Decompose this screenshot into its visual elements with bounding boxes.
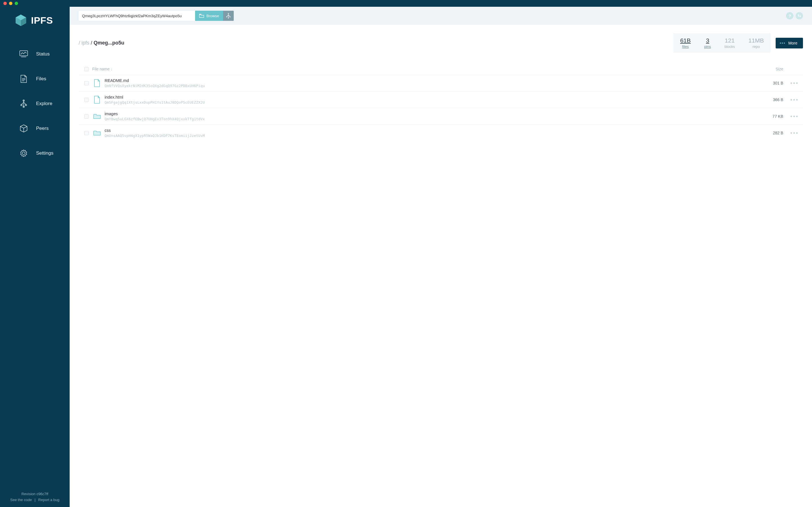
sidebar-item-explore[interactable]: Explore: [0, 91, 70, 116]
stat-blocks: 121 blocks: [718, 37, 742, 49]
window-close-button[interactable]: [3, 2, 7, 5]
inspect-button[interactable]: [223, 11, 234, 21]
table-row[interactable]: cssQmUnsAAQ5vpH4gX1ypR5WaQJb1KDP7KsTEomi…: [79, 124, 803, 141]
explore-icon: [19, 99, 28, 108]
table-row[interactable]: README.mdQmNfVVQsXyekrNiM2dK35oQXg2dGqQ9…: [79, 75, 803, 91]
row-checkbox[interactable]: [84, 98, 89, 102]
file-name: index.html: [105, 95, 760, 100]
svg-point-25: [228, 17, 229, 18]
sidebar-footer: Revision c96c7ff See the code | Report a…: [0, 492, 70, 507]
breadcrumb: / ipfs / Qmeg...po5u: [79, 40, 124, 46]
window-minimize-button[interactable]: [9, 2, 12, 5]
svg-point-18: [22, 152, 25, 155]
window-titlebar: [0, 0, 812, 7]
sidebar-item-label: Files: [36, 76, 46, 82]
svg-point-13: [21, 105, 22, 106]
topbar: Browse ?: [70, 7, 812, 25]
svg-point-14: [26, 105, 27, 106]
file-hash: QmSFgajgQq1XtjsLxxDupPH1Ys1tAuJ8DQoPScEU…: [105, 100, 760, 105]
row-checkbox[interactable]: [84, 81, 89, 86]
row-checkbox[interactable]: [84, 114, 89, 119]
row-actions-button[interactable]: •••: [788, 131, 801, 134]
file-table: File name↓ Size README.mdQmNfVVQsXyekrNi…: [79, 64, 803, 141]
settings-icon: [19, 149, 28, 158]
svg-point-24: [230, 16, 231, 17]
sort-arrow-icon: ↓: [109, 67, 112, 71]
revision-label: Revision c96c7ff: [0, 492, 70, 496]
more-dots-icon: •••: [779, 41, 785, 45]
app-name: IPFS: [31, 15, 53, 26]
file-name: README.md: [105, 78, 760, 83]
report-bug-link[interactable]: Report a bug: [38, 498, 59, 502]
sidebar: IPFS Status Files Explore: [0, 7, 70, 507]
help-icon: ?: [788, 13, 791, 18]
sidebar-nav: Status Files Explore Peers: [0, 33, 70, 492]
see-code-link[interactable]: See the code: [10, 498, 32, 502]
more-label: More: [788, 41, 797, 45]
sidebar-item-files[interactable]: Files: [0, 66, 70, 91]
stats-panel: 61B files 3 pins 121 blocks 11MB repo: [673, 33, 770, 53]
status-icon: [19, 50, 28, 59]
ipfs-cube-icon: [15, 14, 27, 26]
transfer-icon: [797, 14, 801, 18]
file-size: 366 B: [760, 98, 788, 102]
svg-line-10: [21, 102, 24, 105]
stat-pins[interactable]: 3 pins: [698, 37, 718, 49]
col-header-size[interactable]: Size: [760, 67, 788, 71]
file-hash: QmNfVVQsXyekrNiM2dK35oQXg2dGqQ97Gz2PDBxU…: [105, 83, 760, 88]
row-actions-button[interactable]: •••: [788, 115, 801, 118]
path-input[interactable]: [79, 11, 195, 21]
app-logo: IPFS: [0, 7, 70, 33]
files-icon: [19, 74, 28, 83]
main-area: Browse ? / ipfs /: [70, 7, 812, 507]
table-row[interactable]: index.htmlQmSFgajgQq1XtjsLxxDupPH1Ys1tAu…: [79, 91, 803, 108]
file-size: 301 B: [760, 81, 788, 86]
peers-icon: [19, 124, 28, 133]
table-row[interactable]: imagesQmYBwq5uLGX6zfEBwjQ7UHgEv3Ton9hX4Q…: [79, 108, 803, 124]
sidebar-item-status[interactable]: Status: [0, 42, 70, 66]
svg-line-20: [227, 15, 229, 17]
file-icon: [92, 79, 102, 87]
sidebar-item-peers[interactable]: Peers: [0, 116, 70, 141]
help-button[interactable]: ?: [786, 12, 794, 19]
folder-icon: [199, 14, 204, 18]
folder-icon: [92, 129, 102, 136]
svg-point-23: [226, 16, 227, 17]
file-size: 282 B: [760, 131, 788, 135]
sidebar-item-label: Status: [36, 51, 50, 57]
stat-files[interactable]: 61B files: [673, 37, 697, 49]
sidebar-item-settings[interactable]: Settings: [0, 141, 70, 166]
breadcrumb-current: Qmeg...po5u: [94, 40, 124, 46]
tour-button[interactable]: [796, 12, 803, 19]
svg-line-11: [24, 102, 26, 105]
folder-icon: [92, 113, 102, 120]
svg-point-22: [228, 13, 229, 14]
more-button[interactable]: ••• More: [776, 38, 803, 48]
select-all-checkbox[interactable]: [84, 67, 89, 71]
browse-label: Browse: [206, 14, 219, 18]
stat-repo: 11MB repo: [742, 37, 771, 49]
row-actions-button[interactable]: •••: [788, 98, 801, 101]
sidebar-item-label: Settings: [36, 151, 53, 156]
file-hash: QmUnsAAQ5vpH4gX1ypR5WaQJb1KDP7KsTEomiijJ…: [105, 133, 760, 138]
breadcrumb-root[interactable]: ipfs: [82, 40, 89, 46]
file-hash: QmYBwq5uLGX6zfEBwjQ7UHgEv3Ton9hX4QjxxkTf…: [105, 117, 760, 121]
file-name: css: [105, 128, 760, 133]
svg-line-21: [229, 15, 230, 17]
file-name: images: [105, 112, 760, 116]
tree-icon: [226, 13, 231, 18]
row-checkbox[interactable]: [84, 131, 89, 135]
footer-separator: |: [33, 498, 37, 502]
window-zoom-button[interactable]: [15, 2, 18, 5]
sidebar-item-label: Explore: [36, 101, 52, 107]
row-actions-button[interactable]: •••: [788, 82, 801, 84]
file-icon: [92, 96, 102, 104]
browse-button[interactable]: Browse: [195, 11, 223, 21]
sidebar-item-label: Peers: [36, 126, 49, 131]
table-header: File name↓ Size: [79, 64, 803, 75]
col-header-name[interactable]: File name↓: [92, 67, 760, 71]
file-size: 77 KB: [760, 114, 788, 119]
